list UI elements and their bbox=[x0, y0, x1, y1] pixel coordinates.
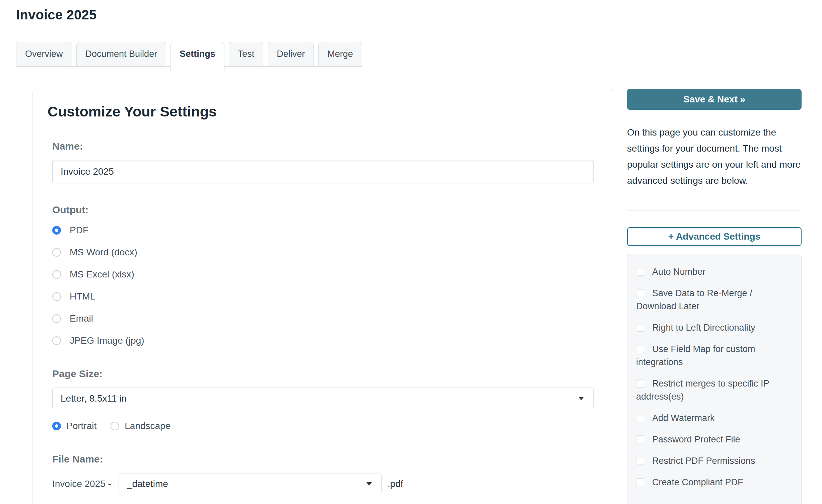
content-area: Customize Your Settings Name: Output: PD… bbox=[32, 89, 822, 504]
radio-icon[interactable] bbox=[52, 422, 61, 430]
output-option-email[interactable]: Email bbox=[52, 312, 598, 325]
radio-icon[interactable] bbox=[52, 248, 61, 257]
orientation-option-landscape[interactable]: Landscape bbox=[111, 419, 170, 433]
page-size-select[interactable]: Letter, 8.5x11 in bbox=[52, 388, 594, 409]
advanced-option-add-watermark[interactable]: Add Watermark bbox=[636, 412, 793, 425]
orientation-option-portrait[interactable]: Portrait bbox=[52, 419, 96, 433]
checkbox-icon[interactable] bbox=[636, 435, 644, 443]
tab-bar: OverviewDocument BuilderSettingsTestDeli… bbox=[16, 42, 362, 67]
advanced-option-password-protect-file[interactable]: Password Protect File bbox=[636, 433, 793, 446]
page-size-label: Page Size: bbox=[52, 368, 598, 380]
advanced-option-right-to-left-directionality[interactable]: Right to Left Directionality bbox=[636, 321, 793, 334]
file-name-label: File Name: bbox=[52, 453, 598, 465]
radio-icon[interactable] bbox=[52, 270, 61, 279]
radio-icon[interactable] bbox=[52, 314, 61, 323]
name-field-group: Name: bbox=[52, 141, 598, 183]
tab-overview[interactable]: Overview bbox=[16, 42, 72, 66]
advanced-option-auto-number[interactable]: Auto Number bbox=[636, 265, 793, 278]
sidebar-divider bbox=[627, 210, 802, 211]
radio-icon[interactable] bbox=[52, 336, 61, 345]
page-title: Invoice 2025 bbox=[16, 7, 822, 22]
output-radio-list: PDF MS Word (docx) MS Excel (xlsx) HTML … bbox=[52, 224, 598, 347]
sidebar: Save & Next » On this page you can custo… bbox=[627, 89, 802, 504]
tab-settings[interactable]: Settings bbox=[170, 42, 224, 72]
orientation-radio-group: Portrait Landscape bbox=[52, 419, 598, 433]
name-input[interactable] bbox=[52, 160, 594, 183]
file-name-field-group: File Name: Invoice 2025 - _datetime .pdf… bbox=[52, 453, 598, 504]
radio-icon[interactable] bbox=[52, 226, 61, 235]
name-label: Name: bbox=[52, 141, 598, 152]
checkbox-icon[interactable] bbox=[636, 289, 644, 297]
checkbox-icon[interactable] bbox=[636, 324, 644, 332]
advanced-option-restrict-pdf-permissions[interactable]: Restrict PDF Permissions bbox=[636, 454, 793, 468]
file-name-row: Invoice 2025 - _datetime .pdf bbox=[52, 474, 598, 494]
radio-icon[interactable] bbox=[111, 422, 119, 430]
output-field-group: Output: PDF MS Word (docx) MS Excel (xls… bbox=[52, 204, 598, 347]
radio-icon[interactable] bbox=[52, 292, 61, 301]
advanced-option-restrict-merges-to-specific-ip-address-es[interactable]: Restrict merges to specific IP address(e… bbox=[636, 377, 793, 403]
checkbox-icon[interactable] bbox=[636, 457, 644, 465]
advanced-option-save-data-to-re-merge-download-later[interactable]: Save Data to Re-Merge / Download Later bbox=[636, 287, 793, 313]
checkbox-icon[interactable] bbox=[636, 478, 644, 486]
checkbox-icon[interactable] bbox=[636, 414, 644, 422]
save-next-button[interactable]: Save & Next » bbox=[627, 89, 802, 110]
caret-down-icon bbox=[578, 397, 584, 400]
file-name-extension: .pdf bbox=[388, 479, 403, 489]
checkbox-icon[interactable] bbox=[636, 268, 644, 276]
checkbox-icon[interactable] bbox=[636, 345, 644, 353]
output-option-ms-word-docx[interactable]: MS Word (docx) bbox=[52, 246, 598, 259]
file-name-prefix: Invoice 2025 - bbox=[52, 479, 111, 489]
output-option-html[interactable]: HTML bbox=[52, 290, 598, 303]
file-name-variable-value: _datetime bbox=[127, 479, 168, 489]
caret-down-icon bbox=[366, 482, 372, 486]
file-name-variable-select[interactable]: _datetime bbox=[119, 474, 382, 494]
page-size-selected-value: Letter, 8.5x11 in bbox=[61, 393, 127, 404]
tab-document-builder[interactable]: Document Builder bbox=[76, 42, 166, 66]
tab-test[interactable]: Test bbox=[229, 42, 264, 66]
settings-page: Invoice 2025 OverviewDocument BuilderSet… bbox=[0, 0, 822, 504]
checkbox-icon[interactable] bbox=[636, 380, 644, 388]
output-option-jpeg-image-jpg[interactable]: JPEG Image (jpg) bbox=[52, 334, 598, 347]
advanced-settings-panel: Auto Number Save Data to Re-Merge / Down… bbox=[627, 254, 802, 504]
advanced-option-use-field-map-for-custom-integrations[interactable]: Use Field Map for custom integrations bbox=[636, 343, 793, 369]
tab-deliver[interactable]: Deliver bbox=[268, 42, 314, 66]
tab-merge[interactable]: Merge bbox=[318, 42, 362, 66]
settings-panel: Customize Your Settings Name: Output: PD… bbox=[32, 89, 613, 504]
output-option-pdf[interactable]: PDF bbox=[52, 224, 598, 237]
panel-heading: Customize Your Settings bbox=[48, 103, 598, 120]
output-label: Output: bbox=[52, 204, 598, 216]
advanced-settings-button[interactable]: + Advanced Settings bbox=[627, 227, 802, 246]
page-size-field-group: Page Size: Letter, 8.5x11 in Portrait La… bbox=[52, 368, 598, 433]
output-option-ms-excel-xlsx[interactable]: MS Excel (xlsx) bbox=[52, 268, 598, 281]
sidebar-description: On this page you can customize the setti… bbox=[627, 124, 802, 189]
advanced-option-create-compliant-pdf[interactable]: Create Compliant PDF bbox=[636, 476, 793, 489]
